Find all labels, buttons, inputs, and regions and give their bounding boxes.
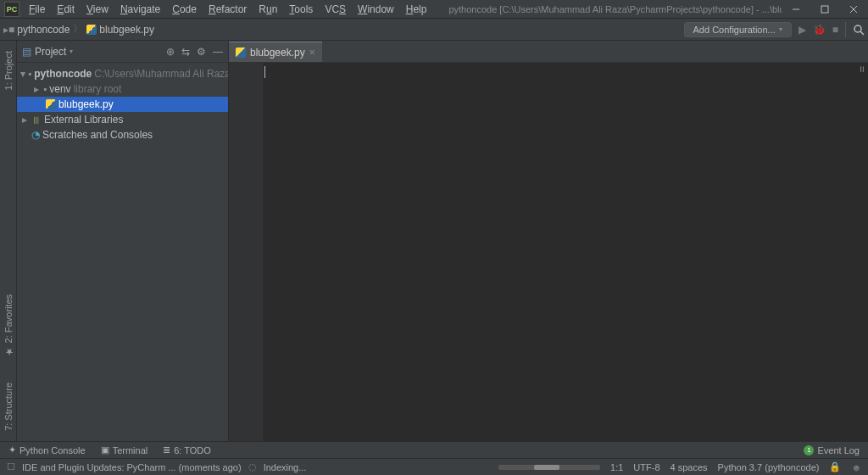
spinner-icon: ◌ <box>248 461 257 472</box>
expand-arrow-icon[interactable]: ▾ <box>20 68 25 80</box>
menu-view[interactable]: View <box>81 2 114 17</box>
project-panel-title[interactable]: ▤ Project ▾ <box>22 46 161 58</box>
svg-rect-1 <box>821 6 828 13</box>
python-icon: ✦ <box>8 444 16 455</box>
chevron-down-icon: ▾ <box>70 48 73 55</box>
terminal-icon: ▣ <box>101 444 109 455</box>
menu-vcs[interactable]: VCS <box>320 2 351 17</box>
project-tree: ▾ ▪ pythoncode C:\Users\Muhammad Ali Raz… <box>17 63 228 146</box>
hide-icon[interactable]: — <box>213 46 223 58</box>
window-controls <box>782 0 868 19</box>
folder-icon: ▪ <box>28 68 31 80</box>
tree-ext-libs-label: External Libraries <box>44 114 123 126</box>
status-bar: ☐ IDE and Plugin Updates: PyCharm ... (m… <box>0 458 868 475</box>
cursor-position[interactable]: 1:1 <box>610 462 623 472</box>
editor-tab-label: blubgeek.py <box>250 47 305 59</box>
gutter-project-tab[interactable]: 1: Project <box>3 51 14 90</box>
search-icon[interactable] <box>853 24 865 36</box>
folder-icon: ▪ <box>43 83 47 95</box>
breadcrumb-project[interactable]: ▸■ pythoncode <box>3 24 70 36</box>
close-tab-icon[interactable]: × <box>309 47 315 59</box>
python-file-icon <box>236 48 246 58</box>
add-configuration-button[interactable]: Add Configuration... ▾ <box>684 22 792 37</box>
progress-bar <box>498 465 600 470</box>
tree-scratches[interactable]: ◔ Scratches and Consoles <box>17 127 228 142</box>
bottom-tool-tabs: ✦ Python Console ▣ Terminal ≣ 6: TODO 1 … <box>0 441 868 458</box>
editor-tab-blubgeek[interactable]: blubgeek.py × <box>229 42 322 62</box>
python-console-label: Python Console <box>19 445 86 455</box>
scratch-icon: ◔ <box>31 129 40 141</box>
interpreter[interactable]: Python 3.7 (pythoncode) <box>718 462 820 472</box>
tree-venv-hint: library root <box>74 83 122 95</box>
menu-refactor[interactable]: Refactor <box>203 2 252 17</box>
event-log-tab[interactable]: Event Log <box>817 445 860 455</box>
tree-root[interactable]: ▾ ▪ pythoncode C:\Users\Muhammad Ali Raz… <box>17 66 228 81</box>
locate-icon[interactable]: ⊕ <box>166 46 175 58</box>
terminal-label: Terminal <box>113 445 148 455</box>
breadcrumb-separator: 〉 <box>73 22 83 36</box>
menu-code[interactable]: Code <box>167 2 202 17</box>
tree-file-blubgeek[interactable]: blubgeek.py <box>17 97 228 112</box>
project-panel-label: Project <box>35 46 66 58</box>
main-menu: File Edit View Navigate Code Refactor Ru… <box>24 2 431 17</box>
navigation-bar: ▸■ pythoncode 〉 blubgeek.py Add Configur… <box>0 19 868 41</box>
code-editor[interactable]: ⏸ <box>229 63 868 441</box>
status-indexing: Indexing... <box>264 462 307 472</box>
gutter-favorites-tab[interactable]: ★ 2: Favorites <box>3 294 14 357</box>
minimize-button[interactable] <box>782 0 810 19</box>
menu-edit[interactable]: Edit <box>52 2 80 17</box>
menu-tools[interactable]: Tools <box>284 2 318 17</box>
maximize-button[interactable] <box>810 0 839 19</box>
todo-tab[interactable]: ≣ 6: TODO <box>163 444 211 455</box>
menu-run[interactable]: Run <box>253 2 282 17</box>
folder-icon: ▸■ <box>3 24 14 36</box>
breadcrumb-project-label: pythoncode <box>17 24 70 36</box>
status-right: 1:1 UTF-8 4 spaces Python 3.7 (pythoncod… <box>498 461 861 472</box>
project-panel-header: ▤ Project ▾ ⊕ ⇆ ⚙ — <box>17 41 228 63</box>
indent-setting[interactable]: 4 spaces <box>670 462 708 472</box>
terminal-tab[interactable]: ▣ Terminal <box>101 444 148 455</box>
collapse-icon[interactable]: ⇆ <box>181 46 190 58</box>
svg-point-4 <box>854 25 861 32</box>
editor-line-gutter <box>229 63 263 441</box>
stop-icon[interactable]: ■ <box>832 24 838 36</box>
python-console-tab[interactable]: ✦ Python Console <box>8 444 86 455</box>
python-file-icon <box>86 25 97 35</box>
tree-venv[interactable]: ▸ ▪ venv library root <box>17 81 228 97</box>
close-button[interactable] <box>839 0 868 19</box>
breadcrumb-file-label: blubgeek.py <box>99 24 154 36</box>
run-icon[interactable]: ▶ <box>798 24 806 36</box>
menu-help[interactable]: Help <box>401 2 432 17</box>
tree-external-libraries[interactable]: ▸ ⫼ External Libraries <box>17 112 228 127</box>
python-file-icon <box>46 99 56 109</box>
gutter-structure-tab[interactable]: 7: Structure <box>3 383 14 431</box>
project-panel: ▤ Project ▾ ⊕ ⇆ ⚙ — ▾ ▪ pythoncode C:\Us… <box>17 41 229 441</box>
menu-file[interactable]: File <box>24 2 50 17</box>
lock-icon[interactable]: 🔒 <box>829 461 841 472</box>
status-bubble-icon[interactable]: ☐ <box>7 461 15 472</box>
gear-icon[interactable]: ⚙ <box>197 46 206 58</box>
editor-tab-row: blubgeek.py × <box>229 41 868 63</box>
tree-scratches-label: Scratches and Consoles <box>42 129 153 141</box>
encoding[interactable]: UTF-8 <box>633 462 659 472</box>
expand-arrow-icon[interactable]: ▸ <box>20 114 29 126</box>
toolbar-right: Add Configuration... ▾ ▶ 🐞 ■ <box>684 22 865 37</box>
window-title: pythoncode [C:\Users\Muhammad Ali Raza\P… <box>431 4 782 14</box>
progress-fill <box>534 465 559 470</box>
breadcrumb-file[interactable]: blubgeek.py <box>86 24 154 36</box>
notification-badge: 1 <box>804 445 814 455</box>
tree-root-path: C:\Users\Muhammad Ali Raza\PycharmProjec… <box>94 68 228 80</box>
editor-area: blubgeek.py × ⏸ <box>229 41 868 441</box>
menu-navigate[interactable]: Navigate <box>115 2 165 17</box>
add-configuration-label: Add Configuration... <box>693 25 776 35</box>
main-area: 1: Project ★ 2: Favorites 7: Structure ▤… <box>0 41 868 441</box>
todo-label: 6: TODO <box>174 445 211 455</box>
inspection-icon[interactable]: ☻ <box>851 462 861 472</box>
debug-icon[interactable]: 🐞 <box>813 24 826 36</box>
status-message: IDE and Plugin Updates: PyCharm ... (mom… <box>22 462 242 472</box>
tree-file-label: blubgeek.py <box>58 98 114 110</box>
menu-window[interactable]: Window <box>353 2 399 17</box>
panel-toolbar: ⊕ ⇆ ⚙ — <box>166 46 223 58</box>
expand-arrow-icon[interactable]: ▸ <box>32 83 41 95</box>
title-bar: PC File Edit View Navigate Code Refactor… <box>0 0 868 19</box>
